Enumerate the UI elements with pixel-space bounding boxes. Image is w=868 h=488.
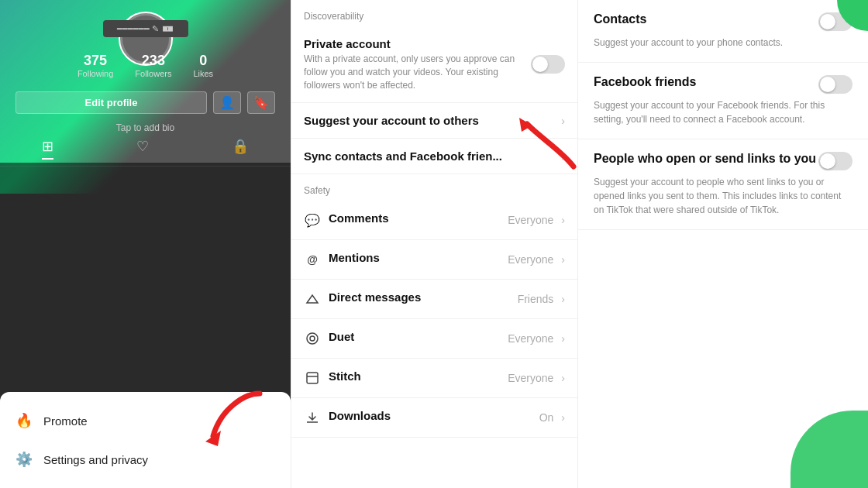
settings-icon: ⚙️ xyxy=(16,451,33,468)
stitch-icon xyxy=(304,369,321,387)
stitch-label: Stitch xyxy=(329,369,361,383)
svg-marker-1 xyxy=(307,295,318,303)
facebook-friends-item: Facebook friends Suggest your account to… xyxy=(578,63,868,139)
duet-left: Duet xyxy=(304,330,508,347)
duet-chevron: › xyxy=(561,332,565,345)
duet-label: Duet xyxy=(329,330,354,343)
dm-left: Direct messages xyxy=(304,290,518,308)
downloads-right: On › xyxy=(539,411,565,424)
sync-contacts-text: Sync contacts and Facebook frien... xyxy=(304,149,556,163)
downloads-item[interactable]: Downloads On › xyxy=(291,398,577,438)
suggest-account-title: Suggest your account to others xyxy=(304,114,556,127)
middle-panel: Discoverability Private account With a p… xyxy=(291,0,577,488)
comments-left: 💬 Comments xyxy=(304,211,508,229)
left-panel: ━━━━━━ ✎ 🀰 375 Following 233 Followers 0… xyxy=(0,0,291,488)
suggest-account-text: Suggest your account to others xyxy=(304,114,556,127)
links-people-desc: Suggest your account to people who sent … xyxy=(594,175,852,217)
stitch-item[interactable]: Stitch Everyone › xyxy=(291,359,577,398)
promote-label: Promote xyxy=(43,414,88,428)
mentions-chevron: › xyxy=(561,253,565,266)
comments-value: Everyone xyxy=(508,214,553,226)
facebook-friends-toggle[interactable] xyxy=(818,75,852,94)
mentions-item[interactable]: @ Mentions Everyone › xyxy=(291,240,577,280)
promote-icon: 🔥 xyxy=(16,412,33,429)
private-account-desc: With a private account, only users you a… xyxy=(304,53,531,91)
sync-contacts-item[interactable]: Sync contacts and Facebook frien... › xyxy=(291,139,577,174)
stitch-value: Everyone xyxy=(508,372,553,384)
profile-name-row: ━━━━━━ ✎ 🀰 xyxy=(103,20,188,37)
comments-label: Comments xyxy=(329,211,389,225)
facebook-friends-header: Facebook friends xyxy=(594,75,852,94)
private-account-left: Private account With a private account, … xyxy=(304,37,531,91)
suggest-account-left: Suggest your account to others xyxy=(304,114,556,127)
stitch-chevron: › xyxy=(561,372,565,384)
private-account-toggle[interactable] xyxy=(531,55,565,74)
settings-privacy-label: Settings and privacy xyxy=(43,453,148,466)
contacts-desc: Suggest your account to your phone conta… xyxy=(594,36,852,50)
duet-value: Everyone xyxy=(508,332,553,345)
suggest-account-chevron: › xyxy=(561,115,565,127)
comments-icon: 💬 xyxy=(304,211,321,229)
tab-grid[interactable]: ⊞ xyxy=(42,138,53,160)
dm-chevron: › xyxy=(561,293,565,305)
green-shape-bottom xyxy=(790,411,868,488)
sync-contacts-title: Sync contacts and Facebook frien... xyxy=(304,149,556,163)
tap-bio-text[interactable]: Tap to add bio xyxy=(0,122,291,133)
stitch-left: Stitch xyxy=(304,369,508,387)
duet-item[interactable]: Duet Everyone › xyxy=(291,319,577,359)
dm-label: Direct messages xyxy=(329,290,421,304)
tab-heart[interactable]: ♡ xyxy=(136,138,149,160)
followers-stat: 233 Followers xyxy=(135,53,171,78)
tab-lock[interactable]: 🔒 xyxy=(232,138,249,160)
private-account-title: Private account xyxy=(304,37,531,50)
facebook-friends-desc: Suggest your account to your Facebook fr… xyxy=(594,98,852,126)
comments-item[interactable]: 💬 Comments Everyone › xyxy=(291,201,577,240)
mentions-value: Everyone xyxy=(508,253,553,266)
arrow-to-settings xyxy=(198,386,275,451)
contacts-item: Contacts Suggest your account to your ph… xyxy=(578,0,868,63)
dm-value: Friends xyxy=(518,293,554,305)
right-panel: Contacts Suggest your account to your ph… xyxy=(577,0,868,488)
edit-profile-button[interactable]: Edit profile xyxy=(16,91,207,114)
bookmark-button[interactable]: 🔖 xyxy=(247,91,275,114)
sync-contacts-left: Sync contacts and Facebook frien... xyxy=(304,149,556,163)
sync-contacts-chevron: › xyxy=(561,150,565,163)
mentions-right: Everyone › xyxy=(508,253,565,266)
links-people-toggle[interactable] xyxy=(818,152,852,170)
links-people-title: People who open or send links to you xyxy=(594,152,816,166)
mentions-icon: @ xyxy=(304,251,321,268)
duet-icon xyxy=(304,330,321,347)
add-friend-button[interactable]: 👤 xyxy=(213,91,241,114)
facebook-friends-title: Facebook friends xyxy=(594,75,696,89)
safety-header: Safety xyxy=(291,174,577,201)
stats-row: 375 Following 233 Followers 0 Likes xyxy=(0,53,291,78)
stitch-right: Everyone › xyxy=(508,372,565,384)
edit-row: Edit profile 👤 🔖 xyxy=(0,91,291,114)
private-account-text: Private account With a private account, … xyxy=(304,37,531,91)
downloads-chevron: › xyxy=(561,411,565,424)
links-people-item: People who open or send links to you Sug… xyxy=(578,139,868,230)
discoverability-header: Discoverability xyxy=(291,0,577,26)
downloads-label: Downloads xyxy=(329,409,391,422)
contacts-title: Contacts xyxy=(594,12,646,26)
comments-right: Everyone › xyxy=(508,214,565,226)
mentions-left: @ Mentions xyxy=(304,251,508,268)
duet-right: Everyone › xyxy=(508,332,565,345)
dm-right: Friends › xyxy=(518,293,565,305)
mentions-label: Mentions xyxy=(329,251,380,264)
likes-stat: 0 Likes xyxy=(193,53,213,78)
comments-chevron: › xyxy=(561,214,565,226)
svg-rect-4 xyxy=(307,373,318,383)
svg-point-2 xyxy=(307,333,318,344)
links-people-header: People who open or send links to you xyxy=(594,152,852,170)
suggest-account-item[interactable]: Suggest your account to others › xyxy=(291,103,577,139)
downloads-value: On xyxy=(539,411,554,424)
private-account-item[interactable]: Private account With a private account, … xyxy=(291,26,577,103)
direct-messages-item[interactable]: Direct messages Friends › xyxy=(291,280,577,319)
downloads-icon xyxy=(304,409,321,426)
middle-panel-wrapper: Discoverability Private account With a p… xyxy=(291,0,577,488)
profile-name-bar: ━━━━━━ ✎ 🀰 xyxy=(103,20,188,37)
svg-point-3 xyxy=(310,336,315,341)
dm-icon xyxy=(304,290,321,308)
following-stat: 375 Following xyxy=(78,53,113,78)
